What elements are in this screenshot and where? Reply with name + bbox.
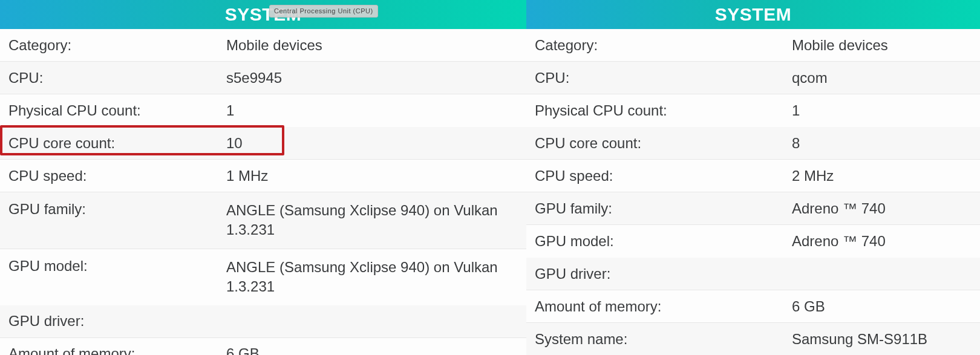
row-cpu-speed: CPU speed: 2 MHz [526, 160, 980, 192]
system-info-panel-left: SYSTEM Central Processing Unit (CPU) Cat… [0, 0, 526, 355]
label-cpu-speed: CPU speed: [8, 168, 226, 184]
row-gpu-model: GPU model: ANGLE (Samsung Xclipse 940) o… [0, 249, 526, 305]
row-memory: Amount of memory: 6 GB [526, 290, 980, 323]
label-physical-cpu-count: Physical CPU count: [535, 102, 792, 119]
value-physical-cpu-count: 1 [226, 102, 518, 119]
value-cpu-speed: 2 MHz [792, 168, 972, 184]
value-cpu-speed: 1 MHz [226, 168, 518, 184]
row-gpu-driver: GPU driver: [526, 258, 980, 290]
value-physical-cpu-count: 1 [792, 102, 972, 119]
row-cpu: CPU: s5e9945 [0, 62, 526, 94]
row-physical-cpu-count: Physical CPU count: 1 [0, 94, 526, 127]
value-memory: 6 GB [792, 298, 972, 315]
label-gpu-family: GPU family: [535, 200, 792, 217]
value-system-name: Samsung SM-S911B [792, 331, 972, 348]
system-rows: Category: Mobile devices CPU: qcom Physi… [526, 29, 980, 355]
label-gpu-model: GPU model: [8, 258, 226, 275]
row-cpu-speed: CPU speed: 1 MHz [0, 160, 526, 192]
system-rows: Category: Mobile devices CPU: s5e9945 Ph… [0, 29, 526, 355]
label-gpu-model: GPU model: [535, 233, 792, 250]
value-gpu-model: ANGLE (Samsung Xclipse 940) on Vulkan 1.… [226, 258, 518, 297]
row-gpu-model: GPU model: Adreno ™ 740 [526, 225, 980, 258]
label-memory: Amount of memory: [8, 345, 226, 355]
value-gpu-family: Adreno ™ 740 [792, 200, 972, 217]
cpu-tooltip: Central Processing Unit (CPU) [269, 5, 378, 18]
row-cpu: CPU: qcom [526, 62, 980, 94]
row-memory: Amount of memory: 6 GB [0, 338, 526, 355]
label-cpu-speed: CPU speed: [535, 168, 792, 184]
panel-header: SYSTEM [526, 0, 980, 29]
label-memory: Amount of memory: [535, 298, 792, 315]
label-cpu-core-count: CPU core count: [535, 135, 792, 152]
value-cpu: s5e9945 [226, 70, 518, 86]
row-cpu-core-count: CPU core count: 10 [0, 127, 526, 160]
row-gpu-driver: GPU driver: [0, 305, 526, 338]
label-category: Category: [535, 37, 792, 54]
label-system-name: System name: [535, 331, 792, 348]
row-physical-cpu-count: Physical CPU count: 1 [526, 94, 980, 127]
label-physical-cpu-count: Physical CPU count: [8, 102, 226, 119]
label-category: Category: [8, 37, 226, 54]
value-category: Mobile devices [226, 37, 518, 54]
value-cpu: qcom [792, 70, 972, 86]
label-gpu-driver: GPU driver: [535, 265, 792, 282]
label-cpu: CPU: [8, 70, 226, 86]
system-info-panel-right: SYSTEM Category: Mobile devices CPU: qco… [526, 0, 980, 355]
value-gpu-family: ANGLE (Samsung Xclipse 940) on Vulkan 1.… [226, 201, 518, 240]
value-memory: 6 GB [226, 345, 518, 355]
panel-header-title: SYSTEM [715, 4, 791, 24]
value-gpu-model: Adreno ™ 740 [792, 233, 972, 250]
label-cpu-core-count: CPU core count: [8, 135, 226, 152]
label-gpu-family: GPU family: [8, 201, 226, 218]
row-category: Category: Mobile devices [526, 29, 980, 62]
value-cpu-core-count: 10 [226, 135, 518, 152]
label-gpu-driver: GPU driver: [8, 313, 226, 330]
panel-header: SYSTEM Central Processing Unit (CPU) [0, 0, 526, 29]
row-gpu-family: GPU family: Adreno ™ 740 [526, 192, 980, 225]
value-cpu-core-count: 8 [792, 135, 972, 152]
row-gpu-family: GPU family: ANGLE (Samsung Xclipse 940) … [0, 192, 526, 249]
row-category: Category: Mobile devices [0, 29, 526, 62]
row-system-name: System name: Samsung SM-S911B [526, 323, 980, 355]
label-cpu: CPU: [535, 70, 792, 86]
value-category: Mobile devices [792, 37, 972, 54]
row-cpu-core-count: CPU core count: 8 [526, 127, 980, 160]
